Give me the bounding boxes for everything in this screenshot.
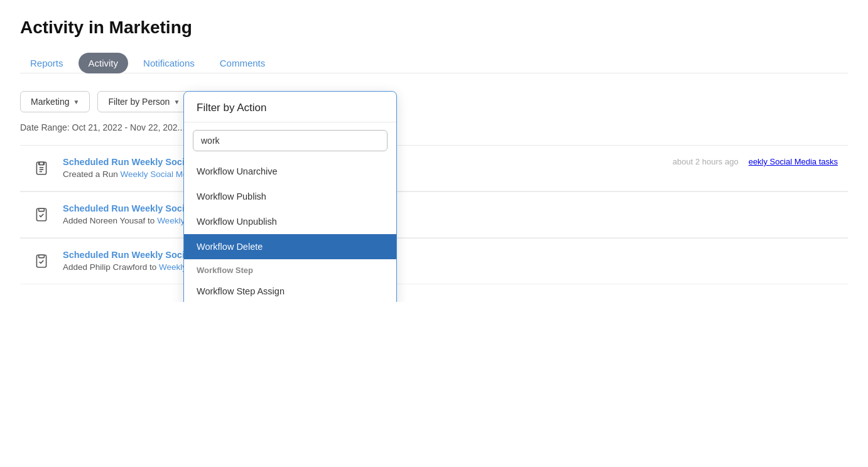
marketing-arrow-icon: ▼ <box>73 99 79 105</box>
dropdown-item-workflow-publish[interactable]: Workflow Publish <box>184 184 396 209</box>
person-arrow-icon: ▼ <box>173 99 180 105</box>
activity-content-2: Scheduled Run Weekly Social Added Noreen… <box>63 203 825 225</box>
activity-desc-text-3: Added Philip Crawford to <box>63 262 159 272</box>
tab-activity[interactable]: Activity <box>79 53 129 73</box>
dropdown-item-workflow-unpublish[interactable]: Workflow Unpublish <box>184 209 396 234</box>
activity-right-link-1: eekly Social Media tasks <box>739 157 838 166</box>
dropdown-item-workflow-delete[interactable]: Workflow Delete <box>184 234 396 259</box>
marketing-filter-button[interactable]: Marketing ▼ <box>20 91 90 112</box>
clipboard-list-icon <box>30 157 53 180</box>
svg-rect-9 <box>36 255 46 267</box>
filters-wrapper: Marketing ▼ Filter by Person ▼ Filter by… <box>20 91 848 112</box>
activity-title-3: Scheduled Run Weekly Social <box>63 250 825 260</box>
check-svg-icon-3 <box>33 253 50 269</box>
dropdown-item-workflow-step-assign[interactable]: Workflow Step Assign <box>184 279 396 302</box>
dropdown-items-list: Workflow Unarchive Workflow Publish Work… <box>184 159 396 302</box>
dropdown-search-input[interactable] <box>193 130 388 151</box>
dropdown-section-workflow-step: Workflow Step <box>184 259 396 279</box>
page-container: Activity in Marketing Reports Activity N… <box>0 0 868 302</box>
tab-notifications[interactable]: Notifications <box>133 53 205 73</box>
check-svg-icon-2 <box>33 207 50 223</box>
activity-section-1: Scheduled Run Weekly Social Created a Ru… <box>20 145 848 191</box>
activity-desc-3: Added Philip Crawford to Weekly Soc... <box>63 262 825 272</box>
activity-title-2: Scheduled Run Weekly Social <box>63 203 825 213</box>
activity-desc-2: Added Noreen Yousaf to Weekly Socia... <box>63 216 825 225</box>
tabs-row: Reports Activity Notifications Comments <box>20 53 848 73</box>
clipboard-check-icon-2 <box>30 203 53 226</box>
activity-desc-text-1: Created a Run <box>63 169 121 179</box>
dropdown-header: Filter by Action <box>184 92 396 122</box>
tab-reports[interactable]: Reports <box>20 53 73 73</box>
table-row: Scheduled Run Weekly Social Created a Ru… <box>20 146 848 191</box>
date-range: Date Range: Oct 21, 2022 - Nov 22, 202..… <box>20 122 848 132</box>
activity-content-3: Scheduled Run Weekly Social Added Philip… <box>63 250 825 272</box>
page-title: Activity in Marketing <box>20 18 848 38</box>
action-filter-dropdown: Filter by Action Workflow Unarchive Work… <box>183 91 397 302</box>
svg-rect-8 <box>39 208 45 211</box>
activity-section-3: Scheduled Run Weekly Social Added Philip… <box>20 238 848 284</box>
person-filter-label: Filter by Person <box>108 97 170 107</box>
dropdown-item-workflow-unarchive[interactable]: Workflow Unarchive <box>184 159 396 184</box>
activity-desc-text-2: Added Noreen Yousaf to <box>63 216 157 225</box>
person-filter-button[interactable]: Filter by Person ▼ <box>97 91 190 112</box>
table-row: Scheduled Run Weekly Social Added Noreen… <box>20 192 848 238</box>
svg-rect-10 <box>39 255 45 257</box>
table-row: Scheduled Run Weekly Social Added Philip… <box>20 239 848 284</box>
list-svg-icon <box>33 160 50 176</box>
clipboard-check-icon-3 <box>30 250 53 272</box>
activity-time-1: about 2 hours ago <box>660 157 739 166</box>
activity-list: Scheduled Run Weekly Social Created a Ru… <box>20 145 848 284</box>
svg-rect-7 <box>36 208 46 221</box>
marketing-filter-label: Marketing <box>31 97 69 107</box>
filters-row: Marketing ▼ Filter by Person ▼ Filter by… <box>20 91 848 112</box>
tab-comments[interactable]: Comments <box>210 53 276 73</box>
svg-rect-0 <box>36 162 46 174</box>
activity-right-link-anchor-1[interactable]: eekly Social Media tasks <box>749 157 838 166</box>
activity-section-2: Scheduled Run Weekly Social Added Noreen… <box>20 191 848 238</box>
